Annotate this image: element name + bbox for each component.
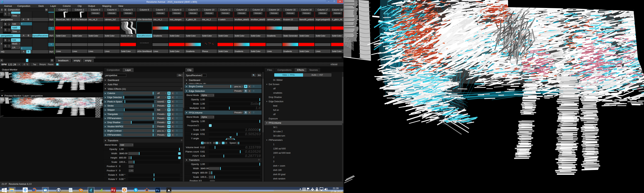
svg-text:CINDER: CINDER [167, 191, 172, 192]
svg-text:Ps: Ps [156, 189, 159, 192]
svg-text:S: S [135, 188, 137, 192]
svg-text:4: 4 [100, 188, 102, 193]
svg-text:4: 4 [90, 188, 92, 193]
svg-text:Fz: Fz [112, 188, 115, 192]
